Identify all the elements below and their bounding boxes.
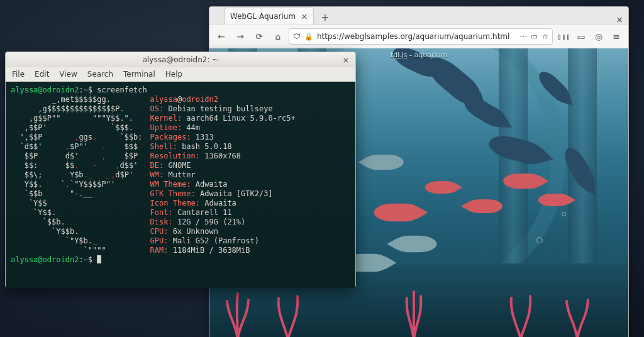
coral	[505, 289, 536, 337]
screenfetch-info: alyssa@odroidn2OS: Debian testing bullse…	[150, 95, 350, 255]
prompt-line: alyssa@odroidn2:~$ screenfetch	[11, 86, 350, 95]
fish	[394, 236, 436, 252]
sidebar-icon[interactable]: ▭	[573, 28, 589, 45]
overlay-link[interactable]: tdl.js	[391, 51, 408, 59]
more-icon[interactable]: ⋯	[519, 32, 527, 41]
bubble	[562, 212, 566, 216]
terminal-menubar: File Edit View Search Terminal Help	[6, 67, 355, 82]
window-close-icon[interactable]: ×	[616, 14, 623, 25]
cursor	[97, 255, 101, 263]
menu-icon[interactable]: ≡	[608, 28, 625, 45]
coral	[562, 289, 593, 337]
menu-file[interactable]: File	[12, 70, 25, 79]
prompt-line: alyssa@odroidn2:~$	[11, 255, 350, 265]
browser-tab[interactable]: WebGL Aquarium ×	[225, 8, 314, 25]
back-button[interactable]: ←	[213, 28, 230, 45]
ascii-art-debian-logo: _,met$$$$$gg. ,g$$$$$$$$$$$$$$$P. ,g$$P"…	[11, 95, 143, 255]
fish	[374, 204, 420, 222]
fish	[425, 181, 457, 194]
menu-search[interactable]: Search	[87, 70, 113, 79]
fish	[467, 199, 502, 213]
menu-terminal[interactable]: Terminal	[123, 70, 155, 79]
shield-icon: 🛡	[293, 32, 301, 41]
address-bar[interactable]: 🛡 🔒 https://webglsamples.org/aquarium/aq…	[289, 28, 553, 45]
coral	[272, 289, 304, 337]
lock-icon: 🔒	[304, 33, 313, 41]
terminal-title-text: alyssa@odroidn2: ~	[143, 55, 219, 64]
desktop-background: WebGL Aquarium × + × ← → ⟳ ⌂ 🛡 🔒 https:/…	[0, 0, 644, 337]
reload-button[interactable]: ⟳	[251, 28, 267, 45]
bubble	[536, 237, 543, 243]
account-icon[interactable]: ◎	[591, 28, 607, 45]
terminal-window: alyssa@odroidn2: ~ × File Edit View Sear…	[5, 52, 356, 288]
fish	[503, 174, 542, 189]
fish	[538, 194, 570, 206]
terminal-close-icon[interactable]: ×	[340, 54, 352, 65]
bookmark-star-icon[interactable]: ☆	[541, 32, 548, 41]
toolbar-right: ⫾⫾⫾ ▭ ◎ ≡	[555, 28, 625, 45]
coral	[222, 289, 253, 337]
menu-view[interactable]: View	[59, 70, 77, 79]
reader-icon[interactable]: ▭	[531, 32, 538, 41]
coral	[398, 289, 430, 337]
new-tab-button[interactable]: +	[318, 9, 333, 25]
terminal-titlebar[interactable]: alyssa@odroidn2: ~ ×	[6, 52, 355, 67]
tab-close-icon[interactable]: ×	[301, 11, 308, 21]
fish	[365, 155, 404, 170]
toolbar: ← → ⟳ ⌂ 🛡 🔒 https://webglsamples.org/aqu…	[209, 25, 628, 48]
forward-button[interactable]: →	[232, 28, 248, 45]
library-icon[interactable]: ⫾⫾⫾	[555, 28, 572, 45]
menu-help[interactable]: Help	[165, 70, 182, 79]
menu-edit[interactable]: Edit	[35, 70, 49, 79]
home-button[interactable]: ⌂	[270, 28, 286, 45]
terminal-body[interactable]: alyssa@odroidn2:~$ screenfetch _,met$$$$…	[6, 82, 355, 288]
url-text: https://webglsamples.org/aquarium/aquari…	[317, 32, 509, 41]
tab-title: WebGL Aquarium	[230, 12, 296, 21]
tab-bar: WebGL Aquarium × + ×	[209, 7, 628, 25]
